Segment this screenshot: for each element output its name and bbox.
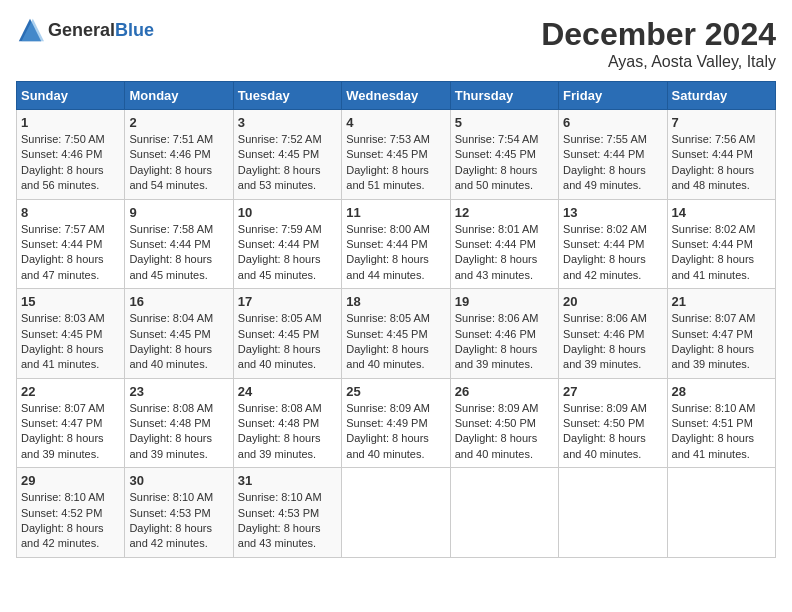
page-title: December 2024 (541, 16, 776, 53)
logo-icon (16, 16, 44, 44)
day-29: 29 Sunrise: 8:10 AMSunset: 4:52 PMDaylig… (17, 468, 125, 558)
day-22: 22 Sunrise: 8:07 AMSunset: 4:47 PMDaylig… (17, 378, 125, 468)
calendar-week-4: 22 Sunrise: 8:07 AMSunset: 4:47 PMDaylig… (17, 378, 776, 468)
day-6: 6 Sunrise: 7:55 AMSunset: 4:44 PMDayligh… (559, 110, 667, 200)
day-11: 11 Sunrise: 8:00 AMSunset: 4:44 PMDaylig… (342, 199, 450, 289)
calendar-week-1: 1 Sunrise: 7:50 AMSunset: 4:46 PMDayligh… (17, 110, 776, 200)
day-21: 21 Sunrise: 8:07 AMSunset: 4:47 PMDaylig… (667, 289, 775, 379)
day-30: 30 Sunrise: 8:10 AMSunset: 4:53 PMDaylig… (125, 468, 233, 558)
col-sunday: Sunday (17, 82, 125, 110)
col-thursday: Thursday (450, 82, 558, 110)
day-1: 1 Sunrise: 7:50 AMSunset: 4:46 PMDayligh… (17, 110, 125, 200)
day-27: 27 Sunrise: 8:09 AMSunset: 4:50 PMDaylig… (559, 378, 667, 468)
col-saturday: Saturday (667, 82, 775, 110)
calendar-header-row: Sunday Monday Tuesday Wednesday Thursday… (17, 82, 776, 110)
day-9: 9 Sunrise: 7:58 AMSunset: 4:44 PMDayligh… (125, 199, 233, 289)
day-20: 20 Sunrise: 8:06 AMSunset: 4:46 PMDaylig… (559, 289, 667, 379)
day-3: 3 Sunrise: 7:52 AMSunset: 4:45 PMDayligh… (233, 110, 341, 200)
day-8: 8 Sunrise: 7:57 AMSunset: 4:44 PMDayligh… (17, 199, 125, 289)
day-16: 16 Sunrise: 8:04 AMSunset: 4:45 PMDaylig… (125, 289, 233, 379)
day-12: 12 Sunrise: 8:01 AMSunset: 4:44 PMDaylig… (450, 199, 558, 289)
day-28: 28 Sunrise: 8:10 AMSunset: 4:51 PMDaylig… (667, 378, 775, 468)
day-15: 15 Sunrise: 8:03 AMSunset: 4:45 PMDaylig… (17, 289, 125, 379)
page-subtitle: Ayas, Aosta Valley, Italy (541, 53, 776, 71)
logo-blue: Blue (115, 20, 154, 40)
day-5: 5 Sunrise: 7:54 AMSunset: 4:45 PMDayligh… (450, 110, 558, 200)
day-13: 13 Sunrise: 8:02 AMSunset: 4:44 PMDaylig… (559, 199, 667, 289)
day-24: 24 Sunrise: 8:08 AMSunset: 4:48 PMDaylig… (233, 378, 341, 468)
logo-text: GeneralBlue (48, 20, 154, 41)
empty-cell-2 (450, 468, 558, 558)
calendar-table: Sunday Monday Tuesday Wednesday Thursday… (16, 81, 776, 558)
calendar-week-3: 15 Sunrise: 8:03 AMSunset: 4:45 PMDaylig… (17, 289, 776, 379)
day-25: 25 Sunrise: 8:09 AMSunset: 4:49 PMDaylig… (342, 378, 450, 468)
day-23: 23 Sunrise: 8:08 AMSunset: 4:48 PMDaylig… (125, 378, 233, 468)
col-monday: Monday (125, 82, 233, 110)
day-10: 10 Sunrise: 7:59 AMSunset: 4:44 PMDaylig… (233, 199, 341, 289)
day-2: 2 Sunrise: 7:51 AMSunset: 4:46 PMDayligh… (125, 110, 233, 200)
day-31: 31 Sunrise: 8:10 AMSunset: 4:53 PMDaylig… (233, 468, 341, 558)
day-7: 7 Sunrise: 7:56 AMSunset: 4:44 PMDayligh… (667, 110, 775, 200)
title-block: December 2024 Ayas, Aosta Valley, Italy (541, 16, 776, 71)
day-17: 17 Sunrise: 8:05 AMSunset: 4:45 PMDaylig… (233, 289, 341, 379)
day-18: 18 Sunrise: 8:05 AMSunset: 4:45 PMDaylig… (342, 289, 450, 379)
day-14: 14 Sunrise: 8:02 AMSunset: 4:44 PMDaylig… (667, 199, 775, 289)
day-19: 19 Sunrise: 8:06 AMSunset: 4:46 PMDaylig… (450, 289, 558, 379)
col-friday: Friday (559, 82, 667, 110)
logo-general: General (48, 20, 115, 40)
day-26: 26 Sunrise: 8:09 AMSunset: 4:50 PMDaylig… (450, 378, 558, 468)
empty-cell-3 (559, 468, 667, 558)
day-4: 4 Sunrise: 7:53 AMSunset: 4:45 PMDayligh… (342, 110, 450, 200)
empty-cell-1 (342, 468, 450, 558)
page-header: GeneralBlue December 2024 Ayas, Aosta Va… (16, 16, 776, 71)
empty-cell-4 (667, 468, 775, 558)
col-wednesday: Wednesday (342, 82, 450, 110)
calendar-week-5: 29 Sunrise: 8:10 AMSunset: 4:52 PMDaylig… (17, 468, 776, 558)
col-tuesday: Tuesday (233, 82, 341, 110)
calendar-week-2: 8 Sunrise: 7:57 AMSunset: 4:44 PMDayligh… (17, 199, 776, 289)
logo: GeneralBlue (16, 16, 154, 44)
